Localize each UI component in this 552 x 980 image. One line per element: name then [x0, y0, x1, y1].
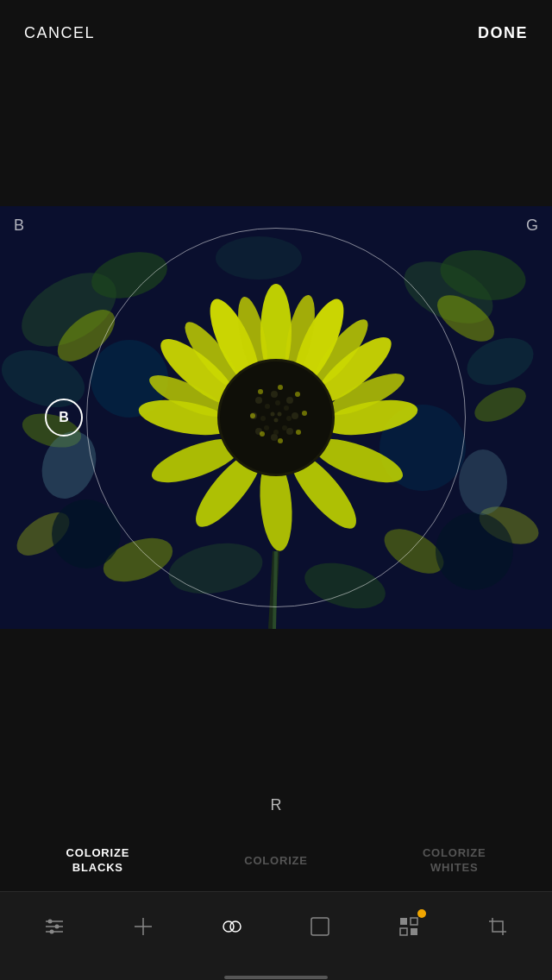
svg-point-56 [284, 405, 289, 411]
svg-point-64 [274, 418, 279, 423]
svg-line-25 [274, 551, 276, 629]
svg-point-47 [271, 391, 278, 398]
svg-point-50 [286, 428, 293, 435]
adjustments-button[interactable] [32, 904, 77, 949]
svg-point-59 [273, 430, 279, 435]
plus-icon [131, 914, 155, 939]
svg-point-23 [459, 449, 507, 515]
r-channel-label: R [271, 796, 282, 814]
svg-rect-85 [411, 918, 417, 925]
svg-point-76 [48, 920, 53, 924]
svg-point-70 [278, 438, 283, 443]
corner-label-b: B [14, 217, 24, 235]
image-area: B G B [0, 56, 552, 779]
svg-point-78 [50, 930, 54, 934]
toolbar [0, 891, 552, 975]
svg-point-15 [216, 236, 302, 280]
sliders-icon [42, 914, 66, 939]
svg-rect-86 [400, 928, 407, 935]
svg-point-71 [260, 431, 265, 437]
svg-point-48 [286, 397, 293, 404]
svg-point-55 [275, 400, 280, 405]
mode-tab-colorize[interactable]: COLORIZE [187, 854, 366, 869]
svg-point-62 [271, 412, 275, 417]
colorize-button[interactable] [210, 904, 254, 949]
svg-point-60 [264, 425, 269, 430]
mode-tab-colorize-blacks[interactable]: COLORIZEBLACKS [9, 846, 187, 876]
add-button[interactable] [121, 904, 166, 949]
svg-point-51 [271, 434, 278, 441]
crop-icon [486, 914, 510, 939]
svg-point-46 [255, 397, 262, 404]
b-channel-indicator[interactable]: B [45, 399, 83, 437]
frame-icon [308, 914, 332, 939]
circles-icon [220, 914, 244, 939]
svg-point-21 [436, 512, 513, 590]
svg-point-57 [286, 416, 292, 421]
flower-canvas: B G B [0, 206, 552, 629]
svg-point-65 [258, 389, 263, 394]
r-label-area: R [0, 779, 552, 831]
svg-point-58 [282, 425, 287, 430]
notification-dot [417, 909, 426, 918]
svg-point-63 [278, 412, 282, 417]
svg-point-61 [260, 416, 266, 421]
mode-tab-colorize-whites[interactable]: COLORIZEWHITES [365, 846, 543, 876]
done-button[interactable]: DONE [478, 24, 528, 42]
app-container: CANCEL DONE [0, 0, 552, 980]
crop-button[interactable] [475, 904, 520, 949]
svg-rect-83 [311, 918, 329, 935]
svg-point-72 [250, 413, 255, 418]
svg-rect-84 [400, 918, 407, 925]
bottom-handle [0, 975, 552, 980]
svg-point-82 [230, 921, 241, 932]
svg-point-77 [55, 925, 60, 929]
svg-point-54 [265, 404, 270, 409]
mode-selector: COLORIZEBLACKS COLORIZE COLORIZEWHITES [0, 831, 552, 891]
svg-point-49 [292, 412, 298, 419]
texture-button[interactable] [386, 904, 431, 949]
svg-point-68 [302, 411, 307, 416]
top-bar: CANCEL DONE [0, 0, 552, 56]
svg-point-69 [296, 430, 301, 435]
svg-point-20 [52, 499, 121, 569]
cancel-button[interactable]: CANCEL [24, 24, 95, 42]
handle-bar [224, 976, 328, 979]
svg-rect-87 [411, 928, 417, 935]
corner-label-g: G [526, 217, 538, 235]
svg-point-67 [295, 392, 300, 397]
frame-button[interactable] [298, 904, 342, 949]
texture-icon [397, 914, 421, 939]
svg-point-45 [220, 361, 332, 474]
svg-point-66 [278, 385, 283, 390]
